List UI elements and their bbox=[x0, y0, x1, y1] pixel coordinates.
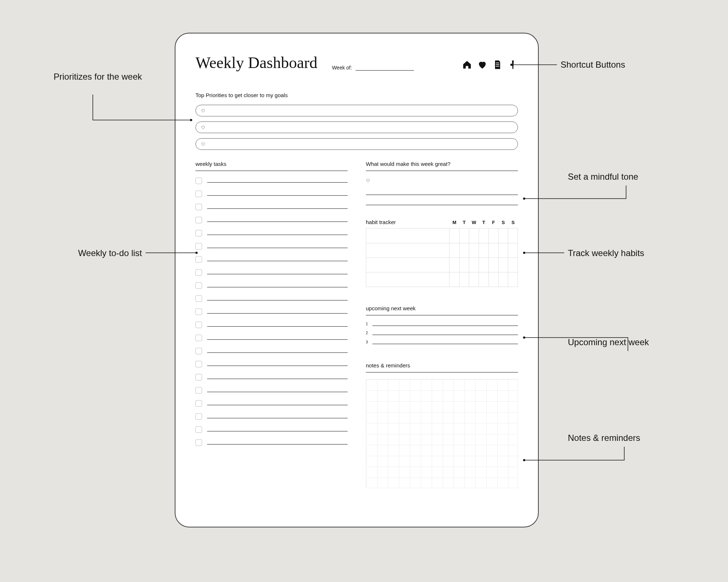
home-icon[interactable] bbox=[462, 60, 472, 71]
task-checkbox[interactable] bbox=[195, 348, 202, 354]
task-row[interactable] bbox=[195, 295, 348, 302]
task-input-line[interactable] bbox=[207, 415, 348, 418]
habit-cell[interactable] bbox=[479, 228, 488, 243]
habit-cell[interactable] bbox=[498, 243, 508, 258]
habit-cell[interactable] bbox=[469, 258, 479, 272]
habit-cell[interactable] bbox=[469, 272, 479, 287]
task-input-line[interactable] bbox=[207, 375, 348, 379]
task-checkbox[interactable] bbox=[195, 308, 202, 315]
habit-cell[interactable] bbox=[498, 228, 508, 243]
document-icon[interactable] bbox=[492, 60, 503, 71]
habit-cell[interactable] bbox=[508, 228, 518, 243]
priority-row[interactable] bbox=[195, 105, 518, 116]
task-row[interactable] bbox=[195, 387, 348, 394]
priority-row[interactable] bbox=[195, 138, 518, 150]
habit-name-cell[interactable] bbox=[366, 243, 450, 258]
habit-cell[interactable] bbox=[498, 272, 508, 287]
task-row[interactable] bbox=[195, 191, 348, 197]
habit-cell[interactable] bbox=[508, 272, 518, 287]
task-checkbox[interactable] bbox=[195, 191, 202, 197]
habit-cell[interactable] bbox=[488, 258, 498, 272]
upcoming-row[interactable]: 1 bbox=[366, 322, 518, 326]
task-checkbox[interactable] bbox=[195, 230, 202, 236]
task-input-line[interactable] bbox=[207, 271, 348, 274]
habit-name-cell[interactable] bbox=[366, 228, 450, 243]
task-row[interactable] bbox=[195, 230, 348, 236]
notes-grid[interactable] bbox=[366, 379, 518, 488]
habit-cell[interactable] bbox=[479, 243, 488, 258]
heart-icon[interactable] bbox=[477, 60, 487, 71]
priority-row[interactable] bbox=[195, 121, 518, 133]
task-row[interactable] bbox=[195, 348, 348, 354]
habit-cell[interactable] bbox=[459, 258, 469, 272]
task-input-line[interactable] bbox=[207, 323, 348, 327]
task-input-line[interactable] bbox=[207, 349, 348, 353]
task-input-line[interactable] bbox=[207, 362, 348, 366]
mindful-input-line[interactable] bbox=[366, 187, 518, 195]
habit-name-cell[interactable] bbox=[366, 272, 450, 287]
habit-name-cell[interactable] bbox=[366, 258, 450, 272]
habit-cell[interactable] bbox=[450, 243, 459, 258]
habit-cell[interactable] bbox=[479, 258, 488, 272]
task-input-line[interactable] bbox=[207, 428, 348, 431]
habit-cell[interactable] bbox=[488, 228, 498, 243]
task-checkbox[interactable] bbox=[195, 374, 202, 380]
task-checkbox[interactable] bbox=[195, 413, 202, 420]
task-row[interactable] bbox=[195, 361, 348, 367]
task-row[interactable] bbox=[195, 178, 348, 184]
task-input-line[interactable] bbox=[207, 205, 348, 209]
habit-cell[interactable] bbox=[469, 243, 479, 258]
task-row[interactable] bbox=[195, 426, 348, 433]
task-input-line[interactable] bbox=[207, 310, 348, 314]
task-checkbox[interactable] bbox=[195, 243, 202, 250]
habit-cell[interactable] bbox=[459, 228, 469, 243]
upcoming-input-line[interactable] bbox=[372, 331, 518, 335]
task-row[interactable] bbox=[195, 204, 348, 210]
task-row[interactable] bbox=[195, 269, 348, 276]
task-checkbox[interactable] bbox=[195, 178, 202, 184]
task-input-line[interactable] bbox=[207, 179, 348, 183]
mindful-input-line[interactable] bbox=[366, 197, 518, 205]
task-row[interactable] bbox=[195, 439, 348, 446]
week-of-field[interactable]: Week of: bbox=[332, 65, 447, 72]
task-input-line[interactable] bbox=[207, 231, 348, 235]
habit-tracker-grid[interactable] bbox=[366, 228, 518, 287]
habit-cell[interactable] bbox=[450, 272, 459, 287]
task-row[interactable] bbox=[195, 308, 348, 315]
task-checkbox[interactable] bbox=[195, 400, 202, 407]
task-checkbox[interactable] bbox=[195, 256, 202, 263]
upcoming-row[interactable]: 2 bbox=[366, 331, 518, 335]
task-checkbox[interactable] bbox=[195, 387, 202, 394]
upcoming-input-line[interactable] bbox=[372, 340, 518, 344]
task-row[interactable] bbox=[195, 256, 348, 263]
task-input-line[interactable] bbox=[207, 284, 348, 287]
task-input-line[interactable] bbox=[207, 336, 348, 340]
task-checkbox[interactable] bbox=[195, 322, 202, 328]
task-input-line[interactable] bbox=[207, 244, 348, 248]
task-row[interactable] bbox=[195, 374, 348, 380]
habit-cell[interactable] bbox=[488, 272, 498, 287]
task-input-line[interactable] bbox=[207, 192, 348, 196]
task-input-line[interactable] bbox=[207, 441, 348, 445]
task-row[interactable] bbox=[195, 282, 348, 289]
week-of-input-line[interactable] bbox=[356, 65, 414, 71]
habit-cell[interactable] bbox=[469, 228, 479, 243]
task-checkbox[interactable] bbox=[195, 335, 202, 341]
upcoming-row[interactable]: 3 bbox=[366, 340, 518, 344]
habit-cell[interactable] bbox=[508, 258, 518, 272]
habit-cell[interactable] bbox=[450, 228, 459, 243]
task-row[interactable] bbox=[195, 335, 348, 341]
task-checkbox[interactable] bbox=[195, 282, 202, 289]
habit-cell[interactable] bbox=[508, 243, 518, 258]
upcoming-input-line[interactable] bbox=[372, 322, 518, 326]
task-row[interactable] bbox=[195, 243, 348, 250]
task-input-line[interactable] bbox=[207, 388, 348, 392]
task-row[interactable] bbox=[195, 400, 348, 407]
task-checkbox[interactable] bbox=[195, 217, 202, 223]
task-row[interactable] bbox=[195, 217, 348, 223]
task-input-line[interactable] bbox=[207, 258, 348, 261]
task-row[interactable] bbox=[195, 413, 348, 420]
task-checkbox[interactable] bbox=[195, 426, 202, 433]
task-input-line[interactable] bbox=[207, 297, 348, 300]
habit-cell[interactable] bbox=[479, 272, 488, 287]
